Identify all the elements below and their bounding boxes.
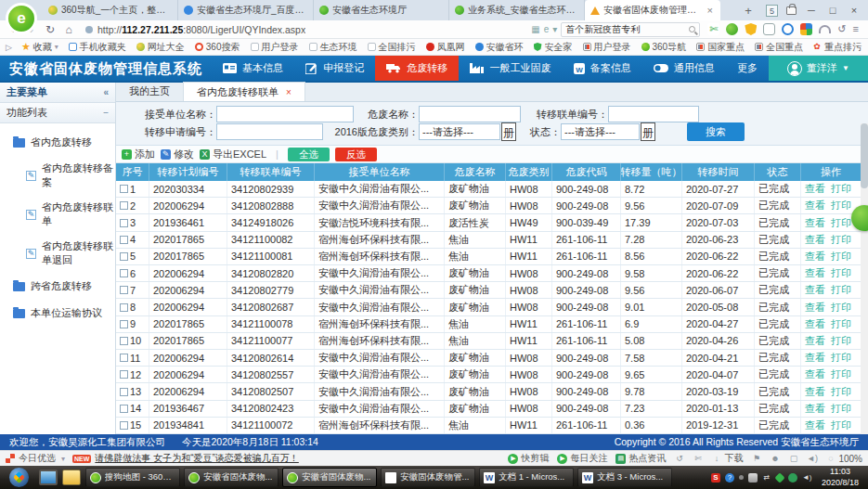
sidebar-item[interactable]: ✎省内危废转移备案 <box>0 156 115 195</box>
table-row[interactable]: 420201786534121100082宿州海创环保科技有限...焦油HW11… <box>116 232 868 249</box>
undo-icon[interactable]: ↺ <box>837 23 846 35</box>
sidebar-folder-transport-agreement[interactable]: 本单位运输协议 <box>0 300 115 327</box>
url-field[interactable]: http://112.27.211.25:8080/LigerUI/QYInde… <box>80 22 527 37</box>
table-header-cell[interactable]: 转移量（吨） <box>621 163 682 181</box>
table-row[interactable]: 1320200629434120802507安徽中久润滑油有限公...废矿物油H… <box>116 383 868 400</box>
picks-caret-icon[interactable]: ▾ <box>61 455 65 463</box>
view-link[interactable]: 查看 <box>805 418 825 432</box>
row-checkbox[interactable] <box>120 405 128 413</box>
select-all-button[interactable]: 全选 <box>288 148 330 161</box>
table-header-cell[interactable]: 转移时间 <box>682 163 755 181</box>
status-select-glyph[interactable]: 册 <box>641 122 655 141</box>
bookmark-item[interactable]: 凤凰网 <box>426 41 465 54</box>
browser-search-box[interactable]: 首个新冠疫苗专利 <box>561 22 700 37</box>
minimize-button[interactable]: ─ <box>805 5 818 16</box>
table-row[interactable]: 320193646134124918026安徽洁悦环境科技有限...废活性炭HW… <box>116 214 868 231</box>
print-link[interactable]: 打印 <box>831 351 851 365</box>
view-link[interactable]: 查看 <box>805 283 825 297</box>
table-row[interactable]: 1520193484134121100072宿州海创环保科技有限...焦油HW1… <box>116 418 868 434</box>
browser-360-logo-icon[interactable]: e <box>6 3 37 34</box>
table-row[interactable]: 1420193646734120802423安徽中久润滑油有限公...废矿物油H… <box>116 401 868 418</box>
scrollbar-thumb[interactable] <box>861 123 868 188</box>
flag-icon[interactable]: ⚑ <box>751 454 761 464</box>
page-tab[interactable]: 省内危废转移联单× <box>184 82 305 101</box>
row-checkbox[interactable] <box>120 354 128 362</box>
taskbar-button[interactable]: 安徽固体废物管... <box>381 468 475 487</box>
home-button[interactable]: ⌂ <box>61 23 76 36</box>
news-headline-link[interactable]: 请佛辟做法事 女子为和“爱豆”谈恋爱被骗几百万！ <box>95 452 499 465</box>
view-link[interactable]: 查看 <box>805 182 825 196</box>
row-checkbox[interactable] <box>120 201 128 210</box>
print-link[interactable]: 打印 <box>831 283 851 297</box>
view-link[interactable]: 查看 <box>805 250 825 264</box>
print-link[interactable]: 打印 <box>831 216 851 230</box>
sidebar-item[interactable]: ✎省内危废转移联单 <box>0 195 115 234</box>
print-link[interactable]: 打印 <box>831 266 851 280</box>
table-header-cell[interactable]: 转移计划编号 <box>149 163 227 181</box>
bookmark-item[interactable]: 安全家 <box>534 41 573 54</box>
view-link[interactable]: 查看 <box>805 334 825 348</box>
table-header-cell[interactable]: 序号 <box>116 163 149 181</box>
site-info-icon[interactable] <box>85 26 93 33</box>
edit-button[interactable]: ✎修改 <box>161 148 194 161</box>
view-link[interactable]: 查看 <box>805 367 825 381</box>
print-link[interactable]: 打印 <box>831 233 851 247</box>
table-row[interactable]: 220200629434120802888安徽中久润滑油有限公...废矿物油HW… <box>116 198 868 214</box>
sidebar-collapse-icon[interactable]: « <box>103 87 109 97</box>
taskbar-button[interactable]: 搜狗地图 - 360安... <box>85 468 180 487</box>
sidebar-folder-cross-province[interactable]: 跨省危废转移 <box>0 273 115 300</box>
view-link[interactable]: 查看 <box>805 266 825 280</box>
table-header-cell[interactable]: 转移联单编号 <box>227 163 315 181</box>
table-row[interactable]: 820200629434120802687安徽中久润滑油有限公...废矿物油HW… <box>116 299 868 315</box>
vertical-scrollbar[interactable] <box>861 123 868 434</box>
row-checkbox[interactable] <box>120 185 128 193</box>
scissors-icon[interactable]: ✄ <box>707 23 719 35</box>
row-checkbox[interactable] <box>120 219 128 227</box>
clip-icon[interactable]: ✄ <box>693 454 703 464</box>
bookmark-item[interactable]: 手机收藏夹 <box>69 41 126 54</box>
history-icon[interactable]: ↺ <box>674 454 684 464</box>
bookmark-item[interactable]: 360导航 <box>641 41 687 54</box>
nav-item-hazard-transfer[interactable]: 危废转移 <box>375 56 459 81</box>
shopping-bag-icon[interactable] <box>786 6 797 15</box>
bookmark-item[interactable]: 国家重点 <box>696 41 745 54</box>
close-button[interactable]: × <box>848 5 861 16</box>
table-header-cell[interactable]: 接受单位名称 <box>315 163 445 181</box>
status-select[interactable]: ---请选择--- <box>561 123 640 140</box>
net-icon[interactable] <box>748 473 758 483</box>
tab-close-icon[interactable]: × <box>706 5 715 16</box>
speaker-icon[interactable]: ◄) <box>807 454 817 464</box>
status-tool-每日关注[interactable]: ▶每日关注 <box>557 452 607 465</box>
view-link[interactable]: 查看 <box>805 351 825 365</box>
green-ball-icon[interactable] <box>726 23 738 35</box>
sidebar-item[interactable]: ✎省内危废转移联单退回 <box>0 234 115 273</box>
bookmark-item[interactable]: 收藏▾ <box>21 41 58 54</box>
print-link[interactable]: 打印 <box>831 301 851 315</box>
bookmarks-collapse-icon[interactable]: ▷ <box>6 43 12 52</box>
status-tool-快剪辑[interactable]: ▶快剪辑 <box>508 452 549 465</box>
help-icon[interactable]: ? <box>725 473 734 483</box>
sync-icon[interactable]: ⇄ <box>762 473 771 483</box>
table-row[interactable]: 520201786534121100081宿州海创环保科技有限...焦油HW11… <box>116 249 868 265</box>
print-link[interactable]: 打印 <box>831 385 851 399</box>
table-row[interactable]: 620200629434120802820安徽中久润滑油有限公...废矿物油HW… <box>116 265 868 282</box>
shield-icon[interactable] <box>745 23 757 35</box>
status-tool-热点资讯[interactable]: ▤热点资讯 <box>615 452 666 465</box>
print-link[interactable]: 打印 <box>831 182 851 196</box>
table-row[interactable]: 1120200629434120802614安徽中久润滑油有限公...废矿物油H… <box>116 350 868 367</box>
taskbar-clock[interactable]: 11:03 2020/8/18 <box>816 467 864 488</box>
explorer-icon[interactable] <box>62 470 81 485</box>
sogou-icon[interactable]: S <box>711 473 720 483</box>
ime-icon[interactable] <box>774 472 784 483</box>
print-link[interactable]: 打印 <box>831 367 851 381</box>
start-button[interactable] <box>9 468 29 487</box>
table-header-cell[interactable]: 危废类别 <box>506 163 552 181</box>
page-tab-close-icon[interactable]: × <box>286 83 291 102</box>
invert-select-button[interactable]: 反选 <box>335 148 377 161</box>
print-link[interactable]: 打印 <box>831 317 851 331</box>
dot-icon[interactable] <box>739 475 744 480</box>
bookmark-item[interactable]: 全国重点 <box>755 41 803 54</box>
screenshot-icon[interactable] <box>763 23 775 35</box>
add-button[interactable]: +添加 <box>122 148 155 161</box>
nav-item-basic-info[interactable]: 基本信息 <box>212 56 294 81</box>
